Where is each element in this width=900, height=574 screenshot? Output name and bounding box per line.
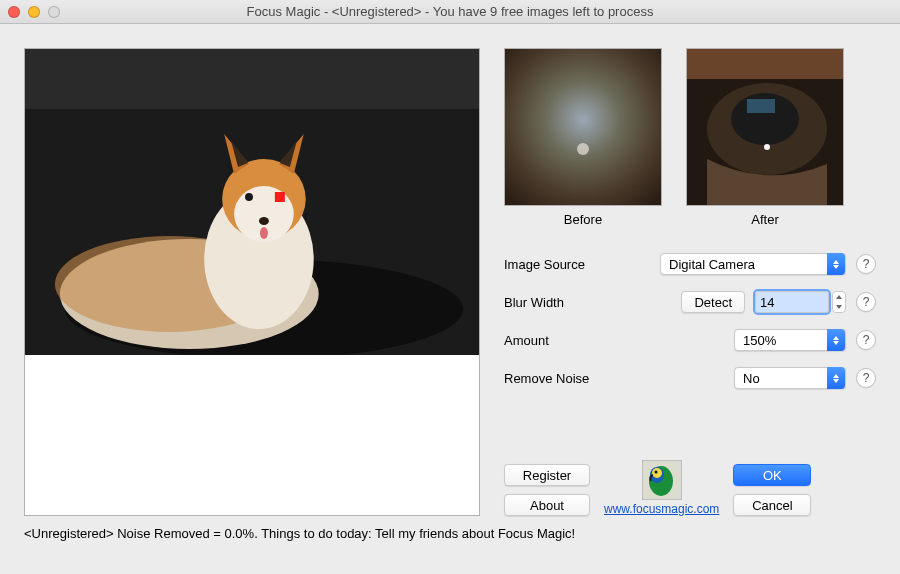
cancel-button[interactable]: Cancel [733,494,811,516]
zoom-icon [48,6,60,18]
help-remove-noise[interactable]: ? [856,368,876,388]
window-title: Focus Magic - <Unregistered> - You have … [0,4,900,19]
chevron-updown-icon [827,329,845,351]
titlebar: Focus Magic - <Unregistered> - You have … [0,0,900,24]
after-image [687,49,843,205]
svg-rect-1 [25,49,479,109]
after-thumbnail[interactable] [686,48,844,206]
ok-button[interactable]: OK [733,464,811,486]
detect-button[interactable]: Detect [681,291,745,313]
remove-noise-select[interactable]: No [734,367,846,389]
fox-image [25,49,479,355]
amount-label: Amount [504,333,624,348]
svg-rect-16 [687,49,843,79]
minimize-icon[interactable] [28,6,40,18]
app-logo [642,460,682,500]
close-icon[interactable] [8,6,20,18]
help-image-source[interactable]: ? [856,254,876,274]
about-button[interactable]: About [504,494,590,516]
after-label: After [686,212,844,227]
blur-width-stepper[interactable] [832,291,846,313]
amount-select[interactable]: 150% [734,329,846,351]
chevron-updown-icon [827,367,845,389]
help-blur-width[interactable]: ? [856,292,876,312]
svg-point-11 [259,217,269,225]
svg-point-8 [245,193,253,201]
chevron-updown-icon [827,253,845,275]
before-image [505,49,661,205]
before-label: Before [504,212,662,227]
before-thumbnail[interactable] [504,48,662,206]
svg-point-12 [260,227,268,239]
svg-rect-10 [275,192,285,202]
remove-noise-label: Remove Noise [504,371,624,386]
window-controls [8,6,60,18]
image-source-select[interactable]: Digital Camera [660,253,846,275]
status-text: <Unregistered> Noise Removed = 0.0%. Thi… [0,522,900,551]
svg-rect-13 [505,49,661,205]
svg-point-20 [764,144,770,150]
blur-width-input[interactable] [755,291,829,313]
image-source-label: Image Source [504,257,624,272]
help-amount[interactable]: ? [856,330,876,350]
svg-point-14 [577,143,589,155]
main-preview[interactable] [24,48,480,516]
svg-point-25 [654,471,657,474]
svg-rect-19 [747,99,775,113]
blur-width-label: Blur Width [504,295,624,310]
website-link[interactable]: www.focusmagic.com [604,502,719,516]
register-button[interactable]: Register [504,464,590,486]
